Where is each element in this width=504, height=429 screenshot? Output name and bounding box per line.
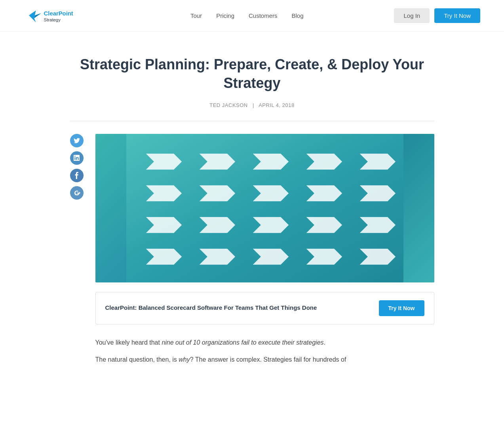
logo[interactable]: ClearPoint Strategy — [24, 6, 100, 25]
try-now-button-header[interactable]: Try It Now — [434, 8, 480, 23]
article-author: TED JACKSON — [209, 102, 248, 108]
svg-text:Strategy: Strategy — [44, 17, 61, 22]
para1-before: You've likely heard that — [95, 339, 162, 346]
cta-banner: ClearPoint: Balanced Scorecard Software … — [95, 292, 434, 324]
para2-after: ? The answer is complex. Strategies fail… — [190, 356, 346, 363]
divider — [70, 121, 434, 121]
login-button[interactable]: Log In — [394, 8, 430, 23]
para1-italic: nine out of 10 organizations fail to exe… — [162, 339, 323, 346]
svg-text:ClearPoint: ClearPoint — [44, 10, 73, 16]
nav-tour[interactable]: Tour — [190, 12, 202, 19]
social-sidebar — [70, 134, 86, 371]
main-content: Strategic Planning: Prepare, Create, & D… — [62, 32, 442, 387]
nav-pricing[interactable]: Pricing — [216, 12, 234, 19]
site-header: ClearPoint Strategy Tour Pricing Custome… — [0, 0, 504, 32]
content-wrapper: ClearPoint: Balanced Scorecard Software … — [70, 134, 434, 371]
para2-before: The natural question, then, is — [95, 356, 179, 363]
article-text: You've likely heard that nine out of 10 … — [95, 337, 434, 365]
try-now-button-cta[interactable]: Try It Now — [379, 300, 424, 316]
googleplus-share-button[interactable] — [70, 186, 84, 200]
meta-separator: | — [253, 102, 254, 108]
nav-customers[interactable]: Customers — [249, 12, 278, 19]
article-date: APRIL 4, 2018 — [259, 102, 295, 108]
para1-after: . — [324, 339, 325, 346]
para2-italic: why — [179, 356, 190, 363]
facebook-share-button[interactable] — [70, 169, 84, 182]
article-paragraph-1: You've likely heard that nine out of 10 … — [95, 337, 434, 348]
twitter-share-button[interactable] — [70, 134, 84, 147]
article-paragraph-2: The natural question, then, is why? The … — [95, 354, 434, 365]
hero-image — [95, 134, 434, 282]
nav-blog[interactable]: Blog — [292, 12, 304, 19]
article-meta: TED JACKSON | APRIL 4, 2018 — [70, 102, 434, 108]
main-nav: Tour Pricing Customers Blog — [190, 12, 304, 19]
article-title: Strategic Planning: Prepare, Create, & D… — [70, 55, 434, 93]
linkedin-share-button[interactable] — [70, 151, 84, 165]
nav-actions: Log In Try It Now — [394, 8, 480, 23]
cta-banner-text: ClearPoint: Balanced Scorecard Software … — [105, 303, 317, 313]
article-body: ClearPoint: Balanced Scorecard Software … — [95, 134, 434, 371]
